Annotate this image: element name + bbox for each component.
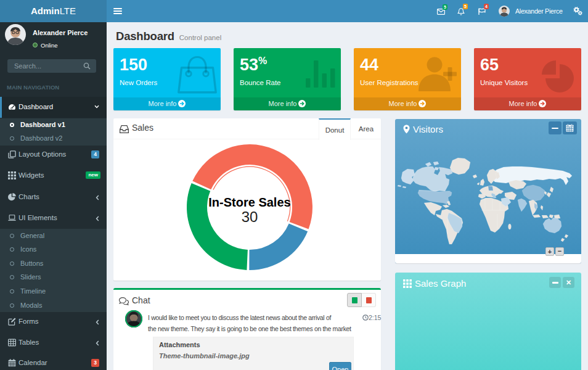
svg-text:In-Store Sales: In-Store Sales — [208, 195, 290, 209]
svg-text:30: 30 — [242, 208, 258, 225]
